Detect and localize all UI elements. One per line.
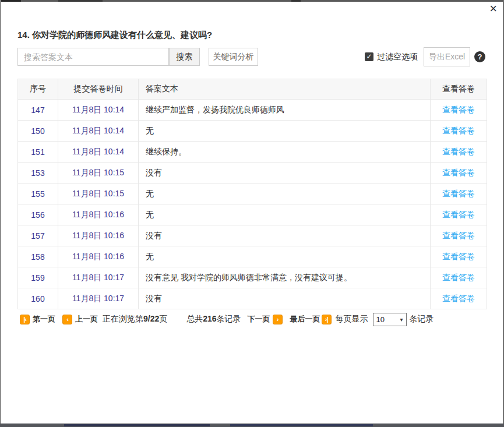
prev-page-icon[interactable]: ‹ xyxy=(62,315,72,324)
view-answer-link[interactable]: 查看答卷 xyxy=(442,210,475,219)
header-submit-time: 提交答卷时间 xyxy=(58,79,139,100)
row-time: 11月8日 10:14 xyxy=(58,100,139,121)
next-page-icon[interactable]: › xyxy=(273,315,283,324)
answers-table: 序号 提交答卷时间 答案文本 查看答卷 147 11月8日 10:14 继续严加… xyxy=(17,79,487,309)
view-answer-link[interactable]: 查看答卷 xyxy=(442,189,475,198)
row-index: 156 xyxy=(18,204,58,225)
row-answer-text: 没有 xyxy=(139,225,431,246)
row-index: 150 xyxy=(18,121,58,142)
row-time: 11月8日 10:15 xyxy=(58,163,139,183)
table-row: 155 11月8日 10:15 无 查看答卷 xyxy=(18,183,487,204)
view-answer-link[interactable]: 查看答卷 xyxy=(442,294,475,303)
row-answer-text: 无 xyxy=(139,204,431,225)
top-edge-segment xyxy=(0,0,21,2)
close-icon[interactable]: × xyxy=(489,2,497,15)
first-page-button[interactable]: 第一页 xyxy=(33,314,55,324)
row-time: 11月8日 10:14 xyxy=(58,121,139,142)
prev-page-button[interactable]: 上一页 xyxy=(75,314,98,324)
top-edge-segment xyxy=(291,0,301,2)
first-page-icon[interactable]: |‹ xyxy=(20,315,30,324)
row-index: 151 xyxy=(18,142,58,163)
table-row: 153 11月8日 10:15 没有 查看答卷 xyxy=(18,163,487,183)
view-answer-link[interactable]: 查看答卷 xyxy=(442,147,475,156)
view-answer-link[interactable]: 查看答卷 xyxy=(442,168,475,177)
row-time: 11月8日 10:16 xyxy=(58,246,139,267)
view-answer-link[interactable]: 查看答卷 xyxy=(442,105,475,114)
table-row: 156 11月8日 10:16 无 查看答卷 xyxy=(18,204,487,225)
row-answer-text: 继续保持。 xyxy=(139,142,431,163)
last-page-icon[interactable]: ›| xyxy=(322,315,332,324)
last-page-button[interactable]: 最后一页 xyxy=(290,314,320,324)
per-page-label: 每页显示 xyxy=(336,314,368,324)
row-index: 159 xyxy=(18,267,58,288)
header-index: 序号 xyxy=(18,79,58,100)
table-row: 158 11月8日 10:16 无 查看答卷 xyxy=(18,246,487,267)
background-content-smudge xyxy=(230,424,373,426)
row-index: 155 xyxy=(18,183,58,204)
next-page-button[interactable]: 下一页 xyxy=(248,314,270,324)
search-input[interactable] xyxy=(17,48,169,66)
row-time: 11月8日 10:16 xyxy=(58,204,139,225)
row-time: 11月8日 10:15 xyxy=(58,183,139,204)
row-time: 11月8日 10:14 xyxy=(58,142,139,163)
table-row: 147 11月8日 10:14 继续严加监督，发扬我院优良师德师风 查看答卷 xyxy=(18,100,487,121)
row-time: 11月8日 10:17 xyxy=(58,267,139,288)
header-answer-text: 答案文本 xyxy=(139,79,431,100)
per-page-suffix: 条记录 xyxy=(410,314,434,324)
filter-empty-checkbox-group[interactable]: ✓ 过滤空选项 xyxy=(365,52,418,62)
row-index: 153 xyxy=(18,163,58,183)
row-index: 160 xyxy=(18,288,58,309)
total-records: 总共216条记录 xyxy=(186,314,241,324)
view-answer-link[interactable]: 查看答卷 xyxy=(442,231,475,240)
keyword-analysis-button[interactable]: 关键词分析 xyxy=(209,48,258,66)
table-row: 160 11月8日 10:17 没有 查看答卷 xyxy=(18,288,487,309)
window-top-edge xyxy=(0,0,504,2)
view-answer-link[interactable]: 查看答卷 xyxy=(442,273,475,282)
table-header-row: 序号 提交答卷时间 答案文本 查看答卷 xyxy=(18,79,487,100)
pagination-bar: |‹ 第一页 ‹ 上一页 正在浏览第9/22页 总共216条记录 下一页 › 最… xyxy=(17,312,487,327)
row-index: 158 xyxy=(18,246,58,267)
table-row: 159 11月8日 10:17 没有意见 我对学院的师风师德非常满意，没有建议可… xyxy=(18,267,487,288)
per-page-select[interactable]: 10 ▾ xyxy=(373,313,407,326)
question-title: 14. 你对学院的师德师风建设有什么意见、建议吗? xyxy=(17,30,212,41)
export-excel-button[interactable]: 导出Excel xyxy=(424,47,470,66)
row-answer-text: 无 xyxy=(139,183,431,204)
table-row: 151 11月8日 10:14 继续保持。 查看答卷 xyxy=(18,142,487,163)
row-answer-text: 继续严加监督，发扬我院优良师德师风 xyxy=(139,100,431,121)
view-answer-link[interactable]: 查看答卷 xyxy=(442,126,475,135)
view-answer-link[interactable]: 查看答卷 xyxy=(442,252,475,261)
current-page-status: 正在浏览第9/22页 xyxy=(103,314,167,324)
checkbox-checked-icon[interactable]: ✓ xyxy=(365,52,373,61)
row-time: 11月8日 10:16 xyxy=(58,225,139,246)
row-answer-text: 没有 xyxy=(139,163,431,183)
help-icon[interactable]: ? xyxy=(474,51,485,62)
per-page-value: 10 xyxy=(376,315,385,324)
row-time: 11月8日 10:17 xyxy=(58,288,139,309)
top-edge-segment xyxy=(58,0,103,2)
header-view-answer: 查看答卷 xyxy=(431,79,487,100)
chevron-down-icon: ▾ xyxy=(400,316,403,323)
row-answer-text: 无 xyxy=(139,121,431,142)
background-content-smudge xyxy=(64,424,210,426)
row-index: 157 xyxy=(18,225,58,246)
window-bottom-edge xyxy=(0,424,504,427)
row-index: 147 xyxy=(18,100,58,121)
filter-empty-label: 过滤空选项 xyxy=(377,52,418,62)
row-answer-text: 没有意见 我对学院的师风师德非常满意，没有建议可提。 xyxy=(139,267,431,288)
table-row: 157 11月8日 10:16 没有 查看答卷 xyxy=(18,225,487,246)
table-row: 150 11月8日 10:14 无 查看答卷 xyxy=(18,121,487,142)
row-answer-text: 没有 xyxy=(139,288,431,309)
window-left-edge xyxy=(0,0,1,427)
search-button[interactable]: 搜索 xyxy=(169,48,200,66)
row-answer-text: 无 xyxy=(139,246,431,267)
